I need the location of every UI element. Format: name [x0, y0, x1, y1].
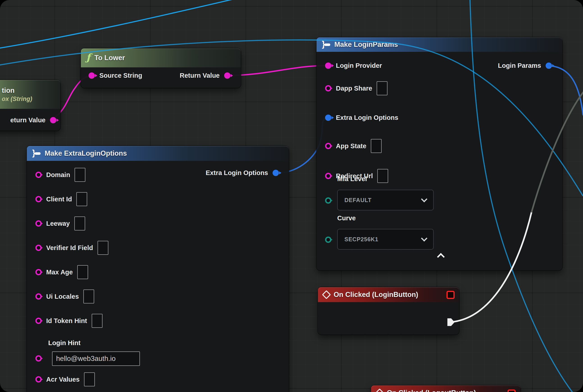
- wire-cyan-top[interactable]: [0, 0, 244, 48]
- login-provider-pin[interactable]: [325, 62, 331, 69]
- node-on-clicked-login-button[interactable]: On Clicked (LoginButton): [318, 287, 459, 334]
- event-icon: [322, 290, 331, 299]
- extra-login-options-out-pin[interactable]: [272, 170, 279, 176]
- return-value-label: eturn Value: [10, 116, 46, 124]
- event-stop-badge[interactable]: [446, 291, 454, 299]
- make-struct-icon: }: [322, 44, 330, 46]
- acr-values-label: Acr Values: [46, 376, 80, 383]
- node-on-clicked-logout-button[interactable]: On Clicked (LogoutButton): [371, 386, 520, 392]
- acr-values-value-box[interactable]: [84, 372, 95, 386]
- curve-dropdown[interactable]: SECP256K1: [337, 229, 434, 250]
- client-id-label: Client Id: [46, 196, 72, 203]
- id-token-hint-value-box[interactable]: [92, 314, 102, 328]
- make-login-params-header[interactable]: } Make LoginParams: [316, 38, 562, 52]
- source-string-pin[interactable]: [88, 72, 95, 79]
- event-stop-badge[interactable]: [508, 390, 516, 392]
- extra-login-options-out-label: Extra Login Options: [206, 169, 268, 177]
- redirect-url-pin[interactable]: [325, 173, 331, 179]
- chevron-down-icon: [421, 235, 427, 242]
- login-hint-label: Login Hint: [48, 339, 80, 347]
- node-make-login-params[interactable]: } Make LoginParams Login Provider Login …: [316, 38, 562, 270]
- domain-label: Domain: [46, 171, 70, 179]
- verifier-id-field-pin[interactable]: [35, 245, 42, 251]
- max-age-pin[interactable]: [35, 269, 42, 275]
- extra-login-options-pin[interactable]: [325, 114, 331, 121]
- extra-login-options-label: Extra Login Options: [336, 114, 398, 122]
- max-age-value-box[interactable]: [77, 265, 88, 279]
- client-id-value-box[interactable]: [76, 192, 87, 206]
- mfa-level-dropdown[interactable]: DEFAULT: [337, 190, 434, 210]
- return-value-pin[interactable]: [224, 72, 230, 79]
- chevron-down-icon: [421, 196, 427, 202]
- blueprint-canvas[interactable]: tion ox (String) eturn Value ƒ To Lower …: [0, 0, 583, 392]
- app-state-label: App State: [336, 142, 366, 150]
- leeway-value-box[interactable]: [74, 216, 85, 230]
- make-extra-login-options-title: Make ExtraLoginOptions: [44, 149, 127, 158]
- exec-out-pin[interactable]: [448, 318, 454, 326]
- curve-value: SECP256K1: [344, 236, 378, 243]
- node-partial-header[interactable]: tion ox (String): [0, 80, 60, 109]
- node-to-lower[interactable]: ƒ To Lower Source String Return Value: [81, 48, 241, 88]
- verifier-id-field-value-box[interactable]: [98, 241, 108, 255]
- return-value-label: Return Value: [180, 72, 220, 79]
- login-hint-input[interactable]: hello@web3auth.io: [52, 352, 140, 366]
- client-id-pin[interactable]: [35, 196, 42, 202]
- domain-pin[interactable]: [35, 172, 42, 178]
- node-partial-subtitle: ox (String): [2, 96, 32, 102]
- mfa-level-pin[interactable]: [325, 197, 331, 204]
- node-make-extra-login-options[interactable]: } Make ExtraLoginOptions Extra Login Opt…: [27, 146, 289, 392]
- login-provider-label: Login Provider: [336, 62, 382, 70]
- mfa-level-value: DEFAULT: [344, 197, 372, 204]
- curve-pin[interactable]: [325, 236, 331, 243]
- event-icon: [375, 388, 384, 392]
- mfa-level-label: Mfa Level: [337, 175, 367, 183]
- source-string-label: Source String: [99, 72, 142, 79]
- node-partial-title: tion: [2, 86, 15, 94]
- redirect-url-value-box[interactable]: [377, 169, 388, 183]
- on-clicked-login-header[interactable]: On Clicked (LoginButton): [318, 287, 459, 302]
- curve-label: Curve: [337, 214, 356, 222]
- wire-magenta-tolower-to-loginprovider[interactable]: [228, 66, 327, 76]
- on-clicked-logout-header[interactable]: On Clicked (LogoutButton): [371, 386, 520, 392]
- id-token-hint-pin[interactable]: [35, 318, 42, 324]
- to-lower-header[interactable]: ƒ To Lower: [81, 48, 241, 67]
- leeway-label: Leeway: [46, 220, 70, 227]
- make-login-params-title: Make LoginParams: [334, 40, 398, 49]
- to-lower-title: To Lower: [94, 54, 125, 62]
- domain-value-box[interactable]: [74, 168, 86, 182]
- app-state-pin[interactable]: [325, 143, 331, 149]
- make-extra-login-options-header[interactable]: } Make ExtraLoginOptions: [27, 146, 289, 161]
- ui-locales-label: Ui Locales: [46, 293, 79, 300]
- on-clicked-login-title: On Clicked (LoginButton): [334, 290, 418, 299]
- dapp-share-value-box[interactable]: [377, 81, 388, 95]
- app-state-value-box[interactable]: [371, 139, 382, 153]
- login-params-label: Login Params: [498, 62, 541, 70]
- ui-locales-value-box[interactable]: [83, 290, 94, 304]
- make-struct-icon: }: [32, 152, 40, 155]
- node-partial-gettext[interactable]: tion ox (String) eturn Value: [0, 80, 60, 131]
- login-hint-pin[interactable]: [35, 355, 42, 362]
- leeway-pin[interactable]: [35, 220, 42, 227]
- dapp-share-label: Dapp Share: [336, 85, 372, 92]
- max-age-label: Max Age: [46, 268, 73, 276]
- login-params-pin[interactable]: [546, 62, 552, 69]
- collapse-node-chevron-icon[interactable]: [437, 253, 445, 261]
- return-value-pin[interactable]: [50, 117, 56, 123]
- ui-locales-pin[interactable]: [35, 293, 42, 300]
- on-clicked-logout-title: On Clicked (LogoutButton): [387, 389, 476, 392]
- dapp-share-pin[interactable]: [325, 85, 331, 92]
- verifier-id-field-label: Verifier Id Field: [46, 244, 93, 252]
- acr-values-pin[interactable]: [35, 376, 42, 382]
- id-token-hint-label: Id Token Hint: [46, 317, 87, 325]
